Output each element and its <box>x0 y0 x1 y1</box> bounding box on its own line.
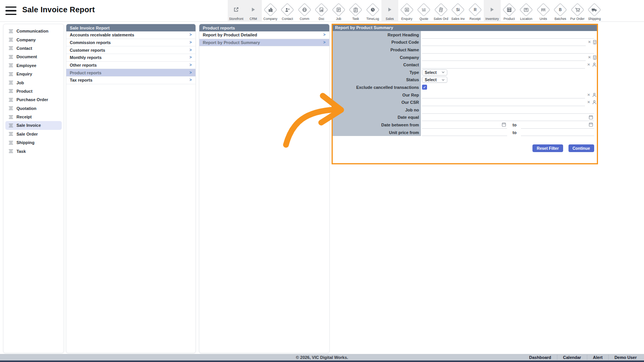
hamburger-menu-icon[interactable] <box>5 7 16 15</box>
reset-filter-button[interactable]: Reset Filter <box>532 144 563 152</box>
form-row-status: StatusSelect <box>332 76 598 84</box>
sidebar-item-employee[interactable]: Employee <box>5 61 62 70</box>
sidebar-item-sale-order[interactable]: Sale Order <box>5 130 62 138</box>
sidebar-item-quotation[interactable]: Quotation <box>5 104 62 113</box>
job-no-input[interactable] <box>422 106 594 113</box>
sidebar-item-sale-invoice[interactable]: Sale Invoice <box>5 121 62 129</box>
toolbar-item-sales-ord[interactable]: Sales Ord <box>432 0 450 22</box>
report-category-tax-reports[interactable]: Tax reports> <box>66 77 196 84</box>
field-label: Product Code <box>332 39 421 46</box>
sidebar-item-shipping[interactable]: Shipping <box>5 138 62 147</box>
product-code-input[interactable] <box>422 39 586 46</box>
building-icon[interactable] <box>593 40 596 44</box>
toolbar-item-label: Location <box>520 17 532 21</box>
report-category-customer-reports[interactable]: Customer reports> <box>66 46 196 54</box>
chevron-down-icon <box>442 79 445 81</box>
report-category-accounts-receivable-statements[interactable]: Accounts receivable statements> <box>66 31 196 39</box>
date-between-from-from-input[interactable] <box>422 121 507 128</box>
our-rep-input[interactable] <box>422 91 585 98</box>
toolbar-item-job[interactable]: Job <box>330 0 347 22</box>
list-lines-icon <box>8 132 13 136</box>
sidebar-item-document[interactable]: Document <box>5 52 62 61</box>
footer-link-calendar[interactable]: Calendar <box>557 355 587 360</box>
clear-icon[interactable]: ✕ <box>587 93 590 97</box>
calendar-icon[interactable] <box>589 115 593 120</box>
unit-price-from-to-input[interactable] <box>521 129 594 136</box>
toolbar-item-label: Units <box>540 17 547 21</box>
report-category-other-reports[interactable]: Other reports> <box>66 62 196 69</box>
toolbar-item-pur-order[interactable]: Pur Order <box>569 0 586 22</box>
clear-icon[interactable]: ✕ <box>587 63 590 67</box>
our-csr-input[interactable] <box>422 98 585 106</box>
unit-price-from-from-input[interactable] <box>422 129 507 136</box>
toolbar-item-doc[interactable]: Doc <box>313 0 330 22</box>
toolbar-item-inventory[interactable]: Inventory <box>484 0 501 22</box>
field-label: Job no <box>332 106 421 114</box>
report-filter-panel-title: Report by Product Summary <box>332 24 598 31</box>
toolbar-item-label: Batches <box>554 17 566 21</box>
list-lines-icon <box>8 89 13 93</box>
product-report-report-by-product-detailed[interactable]: Report by Product Detailed> <box>199 31 329 39</box>
toolbar-item-storefront[interactable]: Storefront <box>228 0 245 22</box>
report-category-commission-reports[interactable]: Commission reports> <box>66 39 196 47</box>
report-category-monthly-reports[interactable]: Monthly reports> <box>66 54 196 62</box>
sidebar-item-company[interactable]: Company <box>5 35 62 44</box>
building-icon[interactable] <box>593 55 596 60</box>
sidebar-item-label: Sale Invoice <box>16 123 41 128</box>
calendar-icon[interactable] <box>589 122 593 127</box>
date-between-from-to-input[interactable] <box>521 121 594 128</box>
clear-icon[interactable]: ✕ <box>587 100 590 104</box>
clear-icon[interactable]: ✕ <box>588 56 591 59</box>
field-label: Our Rep <box>332 91 421 99</box>
toolbar-item-label: Product <box>504 17 515 21</box>
sidebar-item-job[interactable]: Job <box>5 78 62 87</box>
toolbar-item-contact[interactable]: Contact <box>279 0 296 22</box>
report-heading-input[interactable] <box>422 31 594 38</box>
sidebar-item-communication[interactable]: Communication <box>5 27 62 35</box>
form-row-date-between-from: Date between fromto <box>332 121 598 129</box>
toolbar-item-batches[interactable]: BBatches <box>552 0 569 22</box>
sidebar-item-receipt[interactable]: Receipt <box>5 113 62 121</box>
toolbar-item-receipt[interactable]: RReceipt <box>467 0 484 22</box>
toolbar-item-comm[interactable]: Comm <box>296 0 313 22</box>
clear-icon[interactable]: ✕ <box>588 40 591 44</box>
status-select[interactable]: Select <box>422 77 447 83</box>
contact-input[interactable] <box>422 61 585 68</box>
person-icon[interactable] <box>592 100 596 105</box>
product-name-input[interactable] <box>422 46 594 53</box>
date-equal-input[interactable] <box>422 114 594 121</box>
sidebar-item-enquiry[interactable]: Enquiry <box>5 70 62 78</box>
toolbar-item-shipping[interactable]: Shipping <box>586 0 603 22</box>
exclude-cancelled-transactions-checkbox[interactable]: ✓ <box>422 85 427 90</box>
sidebar-item-task[interactable]: Task <box>5 147 62 155</box>
company-input[interactable] <box>422 54 586 61</box>
toolbar-item-location[interactable]: Location <box>518 0 535 22</box>
toolbar-item-crm[interactable]: CRM <box>245 0 262 22</box>
sidebar-item-purchase-order[interactable]: Purchase Order <box>5 95 62 104</box>
type-select[interactable]: Select <box>422 69 447 75</box>
continue-button[interactable]: Continue <box>568 144 595 152</box>
calendar-icon[interactable] <box>502 122 506 127</box>
person-icon[interactable] <box>592 93 596 97</box>
toolbar-item-units[interactable]: Units <box>535 0 552 22</box>
product-report-report-by-product-summary[interactable]: Report by Product Summary> <box>199 39 329 47</box>
toolbar-item-enquiry[interactable]: Enquiry <box>398 0 416 22</box>
list-lines-icon <box>8 72 13 76</box>
toolbar-item-company[interactable]: Company <box>262 0 279 22</box>
toolbar-item-quote[interactable]: “Quote <box>416 0 433 22</box>
toolbar-item-timelog[interactable]: TimeLog <box>364 0 381 22</box>
toolbar-item-product[interactable]: Product <box>501 0 518 22</box>
footer-link-dashboard[interactable]: Dashboard <box>523 355 557 360</box>
sidebar-item-product[interactable]: Product <box>5 87 62 95</box>
footer-link-demo-user[interactable]: Demo User <box>608 355 642 360</box>
person-icon[interactable] <box>592 62 596 67</box>
chevron-right-icon: > <box>189 78 192 82</box>
field-label: Exclude cancelled transactions <box>332 84 421 91</box>
toolbar-item-sales-inv[interactable]: SiSales Inv <box>450 0 467 22</box>
toolbar-item-sales[interactable]: Sales <box>381 0 399 22</box>
toolbar-item-task[interactable]: Task <box>347 0 365 22</box>
footer-link-alert[interactable]: Alert <box>587 355 608 360</box>
doc-chart-icon <box>317 3 326 16</box>
sidebar-item-contact[interactable]: Contact <box>5 44 62 52</box>
report-category-product-reports[interactable]: Product reports> <box>66 69 196 77</box>
